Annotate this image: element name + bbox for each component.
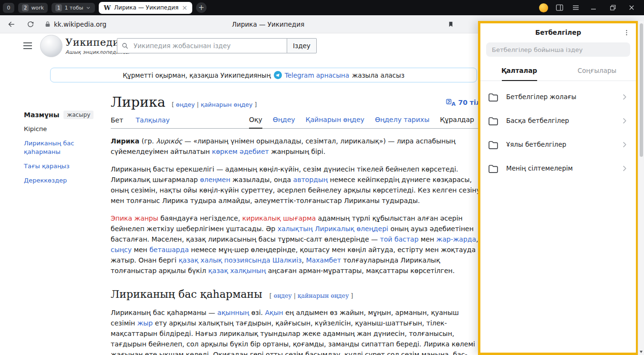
wiki-search-box <box>117 38 287 53</box>
article-link[interactable]: Ақын <box>265 309 283 316</box>
bookmarks-title: Бетбелгілер <box>535 29 581 36</box>
bookmarks-search-input[interactable] <box>486 42 630 57</box>
url-text[interactable]: kk.wikipedia.org <box>54 20 106 28</box>
toc-item-intro[interactable]: Кіріспе <box>24 125 105 133</box>
article-link[interactable]: жыр <box>137 319 153 327</box>
tabbar-right-controls <box>535 0 641 15</box>
workspace-chip[interactable]: 2 work <box>18 3 48 13</box>
wiki-search-input[interactable] <box>133 41 287 50</box>
bookmark-flag-icon <box>447 20 455 28</box>
toc-item-references[interactable]: Дереккөздер <box>24 176 105 185</box>
article-link[interactable]: Махамбет <box>306 256 341 264</box>
article-link[interactable]: өлеңмен <box>200 176 230 183</box>
edit-link[interactable]: өңдеу <box>274 292 292 299</box>
bookmark-page-button[interactable] <box>445 19 457 30</box>
folder-label: Бетбелгілер жолағы <box>506 93 621 101</box>
active-tab[interactable]: W Лирика — Уикипедия × <box>99 2 192 14</box>
language-button[interactable]: A 70 тіл <box>446 99 481 106</box>
bracket: [ <box>270 292 272 299</box>
minimize-button[interactable] <box>584 0 603 15</box>
article-link[interactable]: қазақ халық поэзиясында <box>178 256 270 264</box>
workspace-count: 2 <box>22 4 29 11</box>
chevron-down-icon <box>85 5 91 10</box>
tab-counter-badge[interactable]: 0 <box>3 3 14 13</box>
tab-talk[interactable]: Талқылау <box>135 116 169 128</box>
bookmark-folder-row[interactable]: Менің сілтемелерім <box>480 156 636 180</box>
hamburger-icon <box>23 42 32 50</box>
article-link[interactable]: Шалкиіз <box>272 256 301 264</box>
table-of-contents: Мазмұны жасыру Кіріспе Лириканың бас қаһ… <box>24 111 105 185</box>
tab-page[interactable]: Бет <box>111 116 123 128</box>
wiki-search-button[interactable]: Іздеу <box>287 38 317 53</box>
close-icon <box>627 3 636 12</box>
site-security-indicator[interactable] <box>42 19 53 30</box>
article-link[interactable]: беташарда <box>149 246 189 254</box>
folder-label: Ұялы бетбелгілер <box>506 141 621 148</box>
workspace-label: work <box>31 5 44 11</box>
source-edit-link[interactable]: қайнарын өңдеу <box>298 292 349 299</box>
scrollbar[interactable] <box>638 21 644 355</box>
folder-icon <box>488 163 499 173</box>
article-link[interactable]: халықтың <box>278 225 313 233</box>
article-link[interactable]: той бастар <box>380 235 419 243</box>
tab-edit[interactable]: Өңдеу <box>273 116 295 128</box>
scrollbar-thumb[interactable] <box>640 23 643 157</box>
bookmarks-header: Бетбелгілер <box>480 24 636 41</box>
folder-icon <box>488 140 499 150</box>
profile-avatar[interactable] <box>535 1 551 14</box>
bookmark-folder-row[interactable]: Бетбелгілер жолағы <box>480 85 636 109</box>
banner-text-before: Құрметті оқырман, қазақша Уикипедияның <box>123 71 271 79</box>
tab-history[interactable]: Өңделу тарихы <box>375 116 429 128</box>
bookmark-folder-row[interactable]: Ұялы бетбелгілер <box>480 132 636 156</box>
article-title-row: Лирика [ өңдеу | қайнарын өңдеу ] A 70 т… <box>111 94 482 110</box>
new-tab-button[interactable]: + <box>196 2 207 13</box>
tab-folders-label: Қалталар <box>501 67 537 74</box>
article-link[interactable]: Лирикалық өлеңдері <box>315 225 388 233</box>
wikipedia-logo[interactable] <box>40 35 62 57</box>
tab-close-icon[interactable]: × <box>182 4 187 11</box>
tab-tools[interactable]: Құралдар <box>440 116 474 128</box>
text-run: Лирика <box>111 137 139 145</box>
main-menu-button[interactable] <box>23 42 32 51</box>
source-edit-link[interactable]: қайнарын өңдеу <box>201 101 253 108</box>
bookmark-folder-row[interactable]: Басқа бетбелгілер <box>480 109 636 132</box>
tab-recent[interactable]: Соңғылары <box>558 61 636 81</box>
new-tab-plus: + <box>198 3 205 12</box>
article-link[interactable]: көркем әдебиет <box>212 148 269 155</box>
tab-title: Лирика — Уикипедия <box>114 4 178 11</box>
tab-folders[interactable]: Қалталар <box>480 61 558 81</box>
article-link[interactable]: автордың <box>293 176 328 183</box>
telegram-icon <box>274 71 282 79</box>
article-link[interactable]: сыңсу <box>111 246 132 254</box>
folder-icon <box>488 116 499 126</box>
tab-group-chip[interactable]: 1 1 тобы <box>52 3 95 13</box>
avatar-icon <box>539 3 548 12</box>
side-panels-button[interactable] <box>551 1 568 14</box>
svg-text:A: A <box>452 101 456 107</box>
edit-link[interactable]: өңдеу <box>176 101 195 108</box>
tab-source-edit[interactable]: Қайнарын өңдеу <box>306 116 364 128</box>
article-link[interactable]: жар-жарда <box>436 235 476 243</box>
edit-links: [ өңдеу | қайнарын өңдеу ] <box>270 292 353 299</box>
close-window-button[interactable] <box>622 0 641 15</box>
back-button[interactable] <box>6 19 17 30</box>
scroll-down-icon[interactable] <box>640 351 643 353</box>
bracket: ] <box>351 292 353 299</box>
article-redlink[interactable]: Эпика жанры <box>111 214 158 222</box>
toc-hide-button[interactable]: жасыру <box>63 111 93 119</box>
page-title: Лирика — Уикипедия <box>232 20 304 28</box>
back-icon <box>7 20 16 29</box>
banner-link[interactable]: Telegram арнасына <box>285 71 349 79</box>
toc-item-see-also[interactable]: Тағы қараңыз <box>24 162 105 171</box>
restore-icon <box>608 3 617 12</box>
tab-read[interactable]: Оқу <box>249 116 262 129</box>
article-redlink[interactable]: кирикалық шығарма <box>242 214 316 222</box>
article-link[interactable]: қазақ халқының <box>208 267 266 274</box>
reload-button[interactable] <box>25 19 36 30</box>
browser-menu-button[interactable] <box>568 1 584 14</box>
folder-label: Басқа бетбелгілер <box>506 117 621 124</box>
maximize-button[interactable] <box>603 0 622 15</box>
article-link[interactable]: ақынның <box>218 309 249 316</box>
toc-item-hero[interactable]: Лириканың бас қаһарманы <box>24 139 105 156</box>
bookmarks-menu-button[interactable] <box>621 27 632 38</box>
